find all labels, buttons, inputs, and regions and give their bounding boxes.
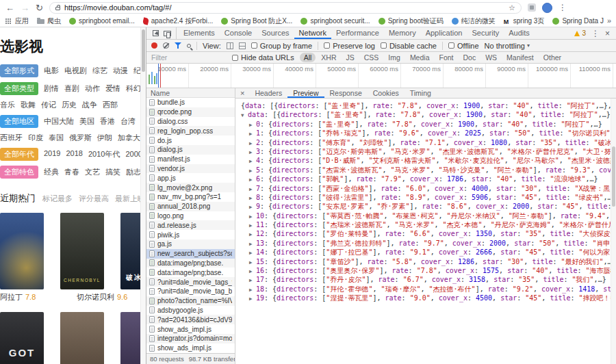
resource-type-filter[interactable]: Img [384, 53, 405, 62]
disclosure-triangle-icon[interactable]: ▶ [249, 294, 256, 302]
network-request-row[interactable]: annual_2018.png [146, 202, 235, 211]
preview-line[interactable]: ▶7: {directors: ["西蒙·金伯格"], rate: "6.0",… [235, 184, 616, 193]
filter-tag[interactable]: 科幻 [126, 83, 140, 94]
preview-line[interactable]: ▶15: {directors: ["章笛沙"], rate: "5.8", c… [235, 257, 616, 266]
filter-tag[interactable]: 西班牙 [0, 133, 23, 143]
detail-tab[interactable]: Headers [249, 88, 287, 98]
sort-tab[interactable]: 评分最高 [79, 194, 109, 204]
network-request-row[interactable]: bundle.js [146, 98, 235, 107]
disclosure-triangle-icon[interactable]: ▼ [241, 111, 248, 119]
bookmarks-overflow-icon[interactable]: » [604, 15, 615, 27]
preview-line[interactable]: ▶8: {directors: ["彼得·法雷里"], rate: "8.9",… [235, 193, 616, 202]
network-request-row[interactable]: ga.js [146, 239, 235, 249]
preview-scrollbar[interactable] [611, 99, 616, 364]
network-request-row[interactable]: piwik.js [146, 230, 235, 239]
network-request-row[interactable]: app.js [146, 173, 235, 183]
filter-tag[interactable]: 爱情 [105, 83, 120, 94]
disclosure-triangle-icon[interactable]: ▶ [249, 230, 256, 238]
network-request-row[interactable]: manifest.js [146, 155, 235, 164]
filter-tag[interactable]: 喜剧 [64, 83, 79, 94]
filter-tag[interactable]: 印度 [28, 133, 43, 143]
record-button[interactable] [151, 42, 157, 49]
preview-line[interactable]: ▶9: {directors: ["安东尼·罗素", "乔·罗素"], rate… [235, 202, 616, 211]
filter-tag[interactable]: 搞笑 [105, 167, 120, 177]
disclosure-triangle-icon[interactable]: ▶ [249, 120, 256, 129]
group-by-frame-checkbox[interactable]: Group by frame [251, 42, 312, 50]
filter-tag[interactable]: 战争 [82, 100, 97, 110]
disclosure-triangle-icon[interactable]: ▶ [249, 221, 256, 229]
preview-line[interactable]: ▶2: {directors: ["傅东育", "刘璋牧"], rate: "7… [235, 138, 616, 147]
devtools-tab[interactable]: Sources [257, 27, 294, 39]
disclosure-triangle-icon[interactable]: ▶ [249, 185, 256, 193]
preview-line[interactable]: ▶18: {directors: ["拜伦·霍华德", "瑞奇·摩尔", "杰拉… [235, 285, 616, 294]
bookmark-item[interactable]: 应用 [5, 16, 29, 26]
disclosure-triangle-icon[interactable]: ▶ [249, 139, 256, 147]
profile-avatar[interactable] [542, 3, 552, 13]
detail-tab[interactable]: Cookies [368, 88, 405, 98]
devtools-tab[interactable]: Audits [504, 27, 535, 39]
disclosure-triangle-icon[interactable]: ▶ [249, 276, 256, 284]
forward-icon[interactable]: → [21, 3, 29, 12]
disclosure-triangle-icon[interactable]: ▶ [249, 212, 256, 220]
network-request-row[interactable]: vendor.js [146, 164, 235, 174]
filter-tag[interactable]: 传记 [41, 100, 56, 110]
device-toolbar-icon[interactable] [164, 31, 171, 36]
network-request-row[interactable]: new_search_subjects?sort=U. [146, 249, 235, 259]
preview-line[interactable]: ▶13: {directors: ["弗兰克·德拉邦特"], rate: "9.… [235, 239, 616, 248]
filter-input[interactable] [151, 53, 227, 62]
browser-menu-icon[interactable]: ⋮ [559, 3, 567, 12]
disclosure-triangle-icon[interactable]: ▶ [249, 194, 256, 202]
preview-line[interactable]: ▶5: {directors: ["杰雷米·波德斯瓦", "马克·米罗", "马… [235, 166, 616, 174]
filter-tag[interactable]: 2019 [44, 149, 60, 159]
devtools-tab[interactable]: Security [467, 27, 504, 39]
filter-tag[interactable]: 2000年代 [125, 149, 140, 159]
bookmark-item[interactable]: springboot email... [69, 17, 135, 25]
address-bar[interactable]: ☆ [49, 2, 522, 14]
filter-chip[interactable]: 全部年代 [0, 148, 38, 161]
bookmark-item[interactable]: Spring Boot 防止X... [221, 16, 292, 26]
network-request-row[interactable]: dialog.css [146, 117, 235, 127]
devtools-tab[interactable]: Elements [179, 27, 220, 39]
refresh-icon[interactable]: ↻ [36, 3, 43, 12]
resource-type-filter[interactable]: Font [435, 53, 457, 62]
movie-poster[interactable] [120, 312, 140, 364]
disclosure-triangle-icon[interactable]: ▶ [249, 129, 256, 138]
preview-line[interactable]: ▶3: {directors: ["迈克尔·斯劳韦斯", "马克·米罗", "杰… [235, 147, 616, 156]
filter-tag[interactable]: 电视剧 [64, 66, 87, 76]
filter-tag[interactable]: 歌舞 [21, 100, 36, 110]
bookmark-item[interactable]: spring 3页 [504, 16, 545, 26]
network-request-row[interactable]: ?unit=dale_movie_tag_bottom.. [146, 287, 235, 296]
network-request-row[interactable]: logo.png [146, 211, 235, 221]
filter-chip[interactable]: 全部形式 [0, 64, 38, 77]
devtools-close-icon[interactable]: × [605, 29, 610, 38]
network-request-row[interactable]: integrator.js?domain=movie.d.. [146, 334, 235, 343]
network-request-row[interactable]: data:image/png;base. [146, 268, 235, 277]
disclosure-triangle-icon[interactable]: ▶ [249, 157, 256, 165]
filter-tag[interactable]: 经典 [44, 167, 59, 177]
resource-type-filter[interactable]: XHR [317, 53, 340, 62]
disclosure-triangle-icon[interactable]: ▶ [249, 203, 256, 211]
network-request-row[interactable]: show_ads_impl.js [146, 324, 235, 334]
detail-tab[interactable]: Response [324, 88, 368, 98]
resource-type-filter[interactable]: Media [406, 53, 434, 62]
filter-tag[interactable]: 动作 [85, 83, 100, 94]
resource-type-filter[interactable]: Manifest [502, 53, 538, 62]
devtools-menu-icon[interactable]: ⋮ [591, 29, 600, 38]
network-request-row[interactable]: ?ad=204136&bid=cJdV9nIFPI.. [146, 315, 235, 324]
bookmark-item[interactable]: Spring boot验证码 [378, 16, 444, 26]
movie-poster[interactable]: CHERNOBYL [60, 213, 104, 289]
resource-type-filter[interactable]: CSS [360, 53, 383, 62]
filter-tag[interactable]: 青春 [64, 167, 79, 177]
devtools-tab[interactable]: Memory [384, 27, 421, 39]
filter-tag[interactable]: 美国 [79, 116, 94, 127]
preview-line[interactable]: ▶14: {directors: ["娜丁·拉巴基"], rate: "9.1"… [235, 248, 616, 257]
grid-view-icon[interactable] [227, 42, 233, 49]
disclosure-triangle-icon[interactable]: ▶ [249, 267, 256, 275]
movie-caption[interactable]: 切尔诺贝利9.6 [77, 292, 137, 302]
page-scrollbar-thumb[interactable] [142, 29, 145, 72]
filter-tag[interactable]: 伊朗 [97, 133, 112, 143]
disclosure-triangle-icon[interactable]: ▶ [249, 175, 256, 183]
filter-tag[interactable]: 历史 [62, 100, 77, 110]
disclosure-triangle-icon[interactable]: ▶ [249, 258, 256, 266]
resource-type-filter[interactable]: WS [481, 53, 501, 62]
